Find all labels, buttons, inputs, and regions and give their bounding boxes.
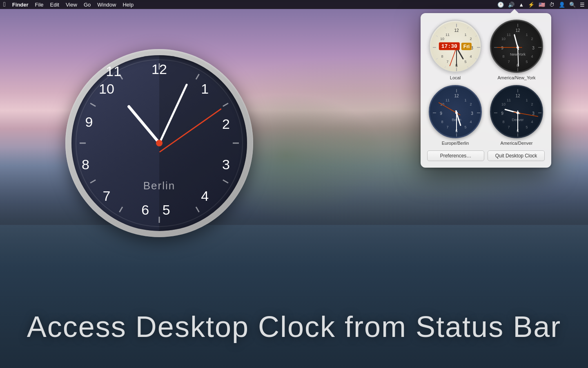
- svg-text:1: 1: [526, 33, 528, 37]
- menu-go[interactable]: Go: [84, 2, 91, 8]
- svg-text:4: 4: [531, 54, 533, 58]
- svg-text:2: 2: [531, 37, 533, 41]
- clock-item-berlin: 12 3 6 9 1 2 4 5 7 8 10 11 Berlin: [427, 85, 483, 146]
- svg-text:9: 9: [501, 111, 503, 116]
- clock-item-local: 12 3 6 9 1 2 4 5 7 8 10 11: [427, 20, 483, 80]
- clock-face: 12 1 2 3 4 5 6 7 8 9 10 11 Berlin: [71, 55, 247, 231]
- small-clock-local: 12 3 6 9 1 2 4 5 7 8 10 11: [429, 20, 482, 73]
- svg-text:8: 8: [502, 120, 504, 124]
- svg-text:3: 3: [471, 111, 473, 116]
- svg-line-19: [445, 66, 446, 68]
- svg-text:8: 8: [441, 54, 443, 58]
- svg-text:9: 9: [501, 46, 503, 50]
- user-icon[interactable]: 👤: [559, 2, 565, 8]
- num-5: 5: [163, 202, 170, 218]
- svg-text:4: 4: [470, 54, 472, 58]
- clock-center-dot: [156, 140, 163, 146]
- berlin-clock-label: Europe/Berlin: [442, 141, 469, 146]
- svg-text:5: 5: [526, 125, 528, 129]
- search-icon[interactable]: 🔍: [569, 2, 576, 8]
- flag-icon[interactable]: 🇺🇸: [539, 2, 545, 8]
- water-reflection: [0, 225, 588, 368]
- svg-point-60: [517, 46, 519, 49]
- local-clock-label: Local: [450, 75, 461, 80]
- volume-icon[interactable]: 🔊: [508, 2, 514, 8]
- list-icon[interactable]: ☰: [580, 2, 585, 8]
- newyork-clock-label: America/New_York: [497, 75, 535, 80]
- svg-line-13: [468, 27, 469, 29]
- small-clock-newyork: 12 3 6 9 1 2 4 5 7 8 10 11 New York: [490, 20, 543, 73]
- desktop-clock: 12 1 2 3 4 5 6 7 8 9 10 11 Berlin: [65, 49, 253, 237]
- clock-status-icon[interactable]: 🕐: [497, 2, 504, 8]
- svg-text:7: 7: [446, 60, 448, 64]
- svg-text:11: 11: [507, 33, 511, 37]
- svg-text:12: 12: [515, 28, 520, 33]
- app-name[interactable]: Finder: [12, 2, 29, 8]
- num-1: 1: [201, 81, 209, 96]
- battery-icon[interactable]: ⚡: [528, 2, 535, 8]
- svg-text:8: 8: [441, 120, 443, 124]
- svg-text:2: 2: [531, 102, 533, 106]
- svg-text:10: 10: [501, 102, 506, 106]
- small-clock-denver: 12 3 6 9 1 2 4 5 7 8 10 11 Denver: [490, 85, 543, 138]
- num-11: 11: [106, 63, 121, 79]
- menu-window[interactable]: Window: [97, 2, 116, 8]
- clocks-grid: 12 3 6 9 1 2 4 5 7 8 10 11: [427, 20, 545, 146]
- svg-text:2: 2: [470, 102, 472, 106]
- svg-text:5: 5: [464, 125, 466, 129]
- svg-line-14: [475, 36, 477, 37]
- svg-text:12: 12: [515, 94, 520, 98]
- svg-text:10: 10: [501, 37, 506, 41]
- denver-clock-label: America/Denver: [501, 141, 533, 146]
- svg-text:1: 1: [526, 98, 528, 102]
- svg-text:11: 11: [445, 33, 450, 37]
- svg-text:12: 12: [454, 94, 459, 98]
- svg-text:3: 3: [532, 46, 535, 50]
- num-4: 4: [201, 188, 209, 204]
- svg-line-20: [436, 58, 438, 60]
- svg-text:5: 5: [526, 60, 528, 64]
- svg-text:1: 1: [464, 33, 466, 37]
- svg-text:12: 12: [454, 28, 459, 33]
- clock-item-newyork: 12 3 6 9 1 2 4 5 7 8 10 11 New York: [488, 20, 545, 80]
- num-6: 6: [141, 202, 149, 218]
- svg-line-22: [436, 36, 438, 37]
- desktop-clock-city: Berlin: [143, 180, 175, 192]
- svg-text:5: 5: [464, 60, 466, 64]
- digital-day: Fri: [461, 43, 472, 50]
- svg-point-102: [517, 112, 519, 114]
- svg-line-17: [468, 66, 469, 68]
- num-8: 8: [82, 156, 89, 172]
- apple-menu[interactable]: : [3, 1, 6, 8]
- clock-item-denver: 12 3 6 9 1 2 4 5 7 8 10 11 Denver: [488, 85, 545, 146]
- popup-buttons: Preferences… Quit Desktop Clock: [427, 150, 545, 161]
- num-2: 2: [222, 116, 230, 132]
- quit-button[interactable]: Quit Desktop Clock: [488, 150, 545, 161]
- num-3: 3: [222, 156, 230, 172]
- num-12: 12: [151, 61, 167, 77]
- svg-text:7: 7: [446, 125, 448, 129]
- num-9: 9: [85, 114, 93, 130]
- svg-text:11: 11: [445, 98, 450, 102]
- preferences-button[interactable]: Preferences…: [427, 150, 484, 161]
- svg-text:3: 3: [532, 111, 535, 116]
- local-clock-digital: 17:30 Fri: [439, 43, 472, 50]
- popup-panel: 12 3 6 9 1 2 4 5 7 8 10 11: [421, 13, 551, 168]
- menu-file[interactable]: File: [35, 2, 44, 8]
- menu-edit[interactable]: Edit: [50, 2, 59, 8]
- clock-outer-ring: 12 1 2 3 4 5 6 7 8 9 10 11 Berlin: [65, 49, 253, 237]
- timer-icon[interactable]: ⏱: [549, 2, 555, 8]
- svg-text:7: 7: [508, 125, 510, 129]
- digital-time: 17:30: [439, 43, 460, 50]
- svg-text:1: 1: [464, 98, 466, 102]
- svg-point-81: [455, 112, 458, 114]
- num-10: 10: [99, 81, 114, 96]
- menu-help[interactable]: Help: [122, 2, 134, 8]
- svg-text:10: 10: [440, 37, 444, 41]
- menu-view[interactable]: View: [66, 2, 77, 8]
- berlin-clock-svg: 12 3 6 9 1 2 4 5 7 8 10 11 Berlin: [430, 86, 481, 137]
- svg-text:7: 7: [508, 60, 510, 64]
- wifi-icon[interactable]: ▲: [519, 2, 524, 8]
- svg-text:11: 11: [507, 98, 511, 102]
- denver-clock-svg: 12 3 6 9 1 2 4 5 7 8 10 11 Denver: [491, 86, 542, 137]
